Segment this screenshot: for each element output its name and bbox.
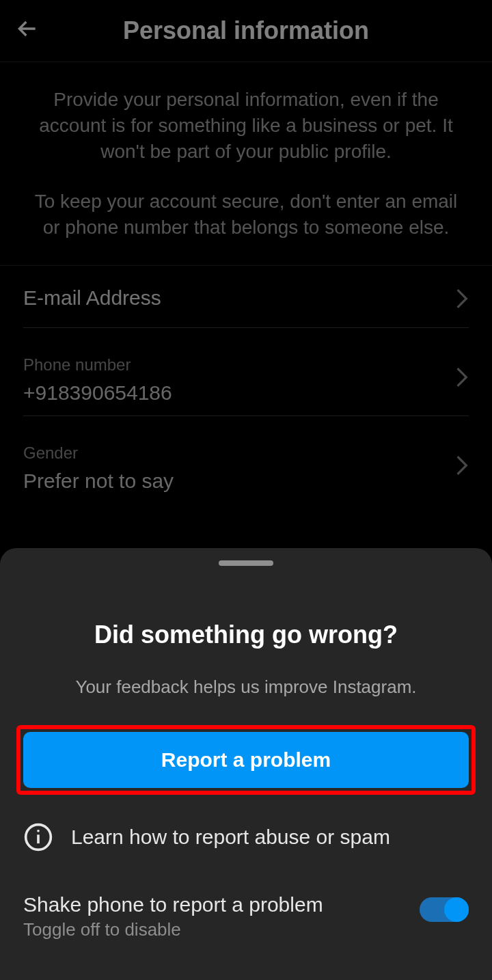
svg-point-2 [37, 830, 40, 832]
shake-toggle-switch[interactable] [420, 897, 469, 922]
gender-label: Gender [23, 444, 469, 463]
shake-toggle-title: Shake phone to report a problem [23, 893, 420, 916]
field-underline [23, 416, 469, 416]
chevron-right-icon [455, 366, 469, 391]
annotation-highlight: Report a problem [16, 725, 476, 795]
description-block: Provide your personal information, even … [0, 62, 492, 265]
sheet-grabber[interactable] [219, 560, 273, 566]
description-text-2: To keep your account secure, don't enter… [34, 189, 458, 241]
sheet-title: Did something go wrong? [0, 621, 492, 649]
phone-field[interactable]: Phone number +918390654186 [0, 335, 492, 423]
email-label: E-mail Address [23, 286, 469, 310]
sheet-subtitle: Your feedback helps us improve Instagram… [0, 677, 492, 698]
description-text-1: Provide your personal information, even … [34, 87, 458, 164]
shake-toggle-subtitle: Toggle off to disable [23, 919, 420, 940]
chevron-right-icon [455, 454, 469, 479]
shake-toggle-row: Shake phone to report a problem Toggle o… [23, 893, 469, 940]
gender-field[interactable]: Gender Prefer not to say [0, 423, 492, 511]
page-title: Personal information [48, 16, 444, 45]
field-underline [23, 327, 469, 328]
email-field[interactable]: E-mail Address [0, 266, 492, 335]
learn-abuse-link[interactable]: Learn how to report abuse or spam [23, 822, 469, 852]
chevron-right-icon [455, 288, 469, 312]
back-button[interactable] [14, 15, 48, 46]
report-bottom-sheet: Did something go wrong? Your feedback he… [0, 548, 492, 980]
phone-value: +918390654186 [23, 381, 469, 405]
report-problem-button[interactable]: Report a problem [23, 732, 469, 788]
phone-label: Phone number [23, 355, 469, 375]
toggle-knob [444, 897, 469, 922]
info-icon [23, 822, 53, 852]
learn-abuse-text: Learn how to report abuse or spam [71, 826, 390, 849]
gender-value: Prefer not to say [23, 469, 469, 493]
